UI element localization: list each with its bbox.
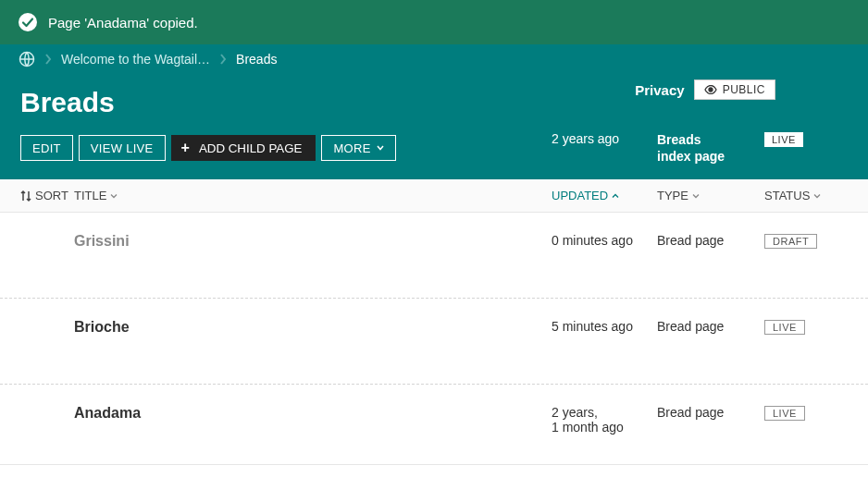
svg-point-2 [709,88,713,92]
svg-point-0 [19,13,37,31]
sort-icon [20,190,31,202]
add-child-label: ADD CHILD PAGE [199,141,303,155]
status-badge: LIVE [764,320,805,335]
header-type: Breads index page [657,131,764,165]
title-column[interactable]: TITLE [74,189,552,202]
row-updated: 5 minutes ago [552,319,657,336]
row-title[interactable]: Brioche [74,319,552,336]
privacy-badge[interactable]: PUBLIC [694,80,775,100]
breadcrumb-root[interactable]: Welcome to the Wagtail… [61,52,210,67]
listing-row: Brioche 5 minutes ago Bread page LIVE [0,299,868,385]
more-label: MORE [333,141,370,155]
updated-column[interactable]: UPDATED [552,189,657,202]
row-status: LIVE [764,319,848,336]
chevron-up-icon [612,193,619,199]
row-updated: 2 years, 1 month ago [552,405,657,435]
header-status: LIVE [764,131,848,165]
view-live-button[interactable]: VIEW LIVE [79,135,166,161]
row-type: Bread page [657,405,764,435]
success-notification: Page 'Anadama' copied. [0,0,868,44]
notification-text: Page 'Anadama' copied. [48,15,198,31]
add-child-page-button[interactable]: + ADD CHILD PAGE [171,135,316,161]
row-status: LIVE [764,405,848,435]
privacy-value: PUBLIC [723,83,765,96]
eye-icon [704,85,717,94]
listing-header: SORT TITLE UPDATED TYPE STATUS [0,179,868,213]
action-buttons: EDIT VIEW LIVE + ADD CHILD PAGE MORE [20,135,396,161]
privacy-label: Privacy [635,82,684,98]
type-column[interactable]: TYPE [657,189,764,202]
row-title[interactable]: Anadama [74,405,552,435]
breadcrumb-current: Breads [236,52,277,67]
row-title[interactable]: Grissini [74,233,552,250]
sort-column[interactable]: SORT [20,189,74,202]
row-type: Bread page [657,319,764,336]
row-type: Bread page [657,233,764,250]
more-button[interactable]: MORE [321,135,395,161]
plus-icon: + [181,141,190,155]
chevron-right-icon [219,53,227,66]
page-header: Breads Privacy PUBLIC EDIT VIEW LIVE + A… [0,74,868,179]
status-badge: LIVE [764,406,805,421]
header-updated: 2 years ago [552,131,657,165]
chevron-down-icon [110,193,118,199]
chevron-down-icon [813,193,821,199]
row-updated: 0 minutes ago [552,233,657,250]
listing-row: Grissini 0 minutes ago Bread page DRAFT [0,213,868,299]
status-badge: DRAFT [764,234,817,249]
chevron-down-icon [377,145,384,151]
status-badge: LIVE [764,132,803,147]
chevron-right-icon [44,53,52,66]
chevron-down-icon [692,193,700,199]
status-column[interactable]: STATUS [764,189,848,202]
breadcrumb-bar: Welcome to the Wagtail… Breads [0,44,868,74]
row-status: DRAFT [764,233,848,250]
check-circle-icon [19,13,37,31]
globe-icon[interactable] [19,51,35,67]
listing-row: Anadama 2 years, 1 month ago Bread page … [0,385,868,465]
edit-button[interactable]: EDIT [20,135,73,161]
privacy-control[interactable]: Privacy PUBLIC [635,80,775,100]
